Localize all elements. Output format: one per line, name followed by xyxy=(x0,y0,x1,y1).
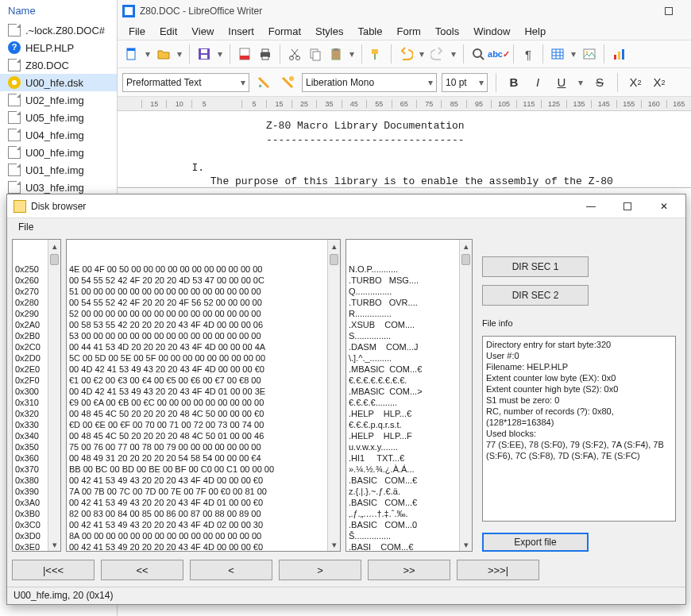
maximize-button[interactable] xyxy=(651,0,686,22)
nav-forward-button[interactable]: > xyxy=(279,560,361,580)
file-list-item[interactable]: U04_hfe.img xyxy=(0,126,117,144)
redo-button[interactable] xyxy=(428,44,447,64)
scrollbar[interactable]: ▴ ▾ xyxy=(327,240,340,551)
update-style-button[interactable] xyxy=(254,73,273,92)
dir-sec-2-button[interactable]: DIR SEC 2 xyxy=(482,285,589,306)
dropdown-icon[interactable]: ▾ xyxy=(569,48,578,60)
copy-button[interactable] xyxy=(306,44,325,64)
svg-point-22 xyxy=(586,52,589,54)
paragraph-style-combo[interactable]: Preformatted Text▾ xyxy=(122,73,249,92)
svg-rect-17 xyxy=(372,49,378,54)
dropdown-icon[interactable]: ▾ xyxy=(143,48,152,60)
file-list-item[interactable]: HELP.HLP xyxy=(0,39,117,56)
nav-fast-forward-button[interactable]: >> xyxy=(368,560,450,580)
file-list-item[interactable]: U00_hfe.dsk xyxy=(0,74,117,91)
menu-table[interactable]: Table xyxy=(351,24,388,39)
font-size-combo[interactable]: 10 pt▾ xyxy=(442,73,488,92)
menu-insert[interactable]: Insert xyxy=(222,24,261,39)
scroll-down-icon[interactable]: ▾ xyxy=(48,538,60,551)
writer-document-area[interactable]: Z-80 Macro Library Documentation -------… xyxy=(118,111,691,187)
menu-window[interactable]: Window xyxy=(467,24,516,39)
spellcheck-button[interactable]: abc✓ xyxy=(489,44,508,64)
file-info-label: File info xyxy=(482,318,681,328)
file-list-item[interactable]: U01_hfe.img xyxy=(0,161,117,179)
save-button[interactable] xyxy=(195,44,214,64)
italic-button[interactable]: I xyxy=(528,73,547,92)
writer-ruler[interactable]: 1510551525354555657585951051151251351451… xyxy=(118,97,691,111)
scroll-thumb[interactable] xyxy=(330,254,338,265)
menu-file[interactable]: File xyxy=(12,220,40,234)
writer-title: Z80.DOC - LibreOffice Writer xyxy=(140,6,262,17)
file-list-item[interactable]: .~lock.Z80.DOC# xyxy=(0,21,117,39)
dropdown-icon[interactable]: ▾ xyxy=(449,48,458,60)
new-style-button[interactable] xyxy=(278,73,297,92)
scroll-thumb[interactable] xyxy=(461,254,470,265)
nav-first-button[interactable]: |<<< xyxy=(12,560,95,580)
disk-browser-titlebar[interactable]: Disk browser ― ✕ xyxy=(7,194,685,218)
font-name-combo[interactable]: Liberation Mono▾ xyxy=(302,73,437,92)
dropdown-icon[interactable]: ▾ xyxy=(576,77,585,88)
scroll-up-icon[interactable]: ▴ xyxy=(48,240,60,252)
scroll-up-icon[interactable]: ▴ xyxy=(328,240,340,252)
hex-pane[interactable]: 4E 00 4F 00 50 00 00 00 00 00 00 00 00 0… xyxy=(66,239,341,552)
right-panel: DIR SEC 1 DIR SEC 2 File info Directory … xyxy=(477,239,681,552)
writer-titlebar[interactable]: Z80.DOC - LibreOffice Writer xyxy=(118,0,691,22)
ascii-pane[interactable]: N.O.P........... .TURBO MSG.... Q.......… xyxy=(346,239,473,552)
svg-rect-18 xyxy=(374,54,376,60)
menu-form[interactable]: Form xyxy=(390,24,427,39)
svg-rect-14 xyxy=(313,52,320,60)
file-list-item[interactable]: U02_hfe.img xyxy=(0,91,117,109)
dropdown-icon[interactable]: ▾ xyxy=(215,48,225,60)
bold-button[interactable]: B xyxy=(504,73,523,92)
file-list-item[interactable]: Z80.DOC xyxy=(0,56,117,74)
menu-help[interactable]: Help xyxy=(518,24,552,39)
dropdown-icon[interactable]: ▾ xyxy=(417,48,427,60)
clone-format-button[interactable] xyxy=(367,44,386,64)
dropdown-icon[interactable]: ▾ xyxy=(175,48,184,60)
scrollbar[interactable]: ▴ ▾ xyxy=(48,240,60,551)
underline-button[interactable]: U xyxy=(552,73,571,92)
menu-tools[interactable]: Tools xyxy=(429,24,465,39)
dropdown-icon[interactable]: ▾ xyxy=(347,48,357,60)
scroll-down-icon[interactable]: ▾ xyxy=(328,538,340,551)
chart-button[interactable] xyxy=(609,44,628,64)
open-button[interactable] xyxy=(154,44,173,64)
image-button[interactable] xyxy=(580,44,599,64)
export-file-button[interactable]: Export file xyxy=(482,533,589,552)
menu-format[interactable]: Format xyxy=(262,24,307,39)
menu-edit[interactable]: Edit xyxy=(153,24,183,39)
print-button[interactable] xyxy=(256,44,275,64)
paste-button[interactable] xyxy=(326,44,346,64)
file-list: .~lock.Z80.DOC# HELP.HLP Z80.DOC U00_hfe… xyxy=(0,21,117,196)
nav-back-button[interactable]: < xyxy=(190,560,272,580)
undo-button[interactable] xyxy=(396,44,415,64)
find-button[interactable] xyxy=(469,44,488,64)
strike-button[interactable]: S xyxy=(590,73,609,92)
offset-pane[interactable]: 0x250 0x260 0x270 0x280 0x290 0x2A0 0x2B… xyxy=(12,239,61,552)
maximize-button[interactable] xyxy=(609,194,646,218)
hex-text: 4E 00 4F 00 50 00 00 00 00 00 00 00 00 0… xyxy=(67,262,340,552)
scroll-down-icon[interactable]: ▾ xyxy=(460,538,472,551)
file-list-item[interactable]: U00_hfe.img xyxy=(0,144,117,161)
new-button[interactable] xyxy=(122,44,141,64)
scroll-up-icon[interactable]: ▴ xyxy=(460,240,472,252)
superscript-button[interactable]: X2 xyxy=(626,73,645,92)
file-list-header[interactable]: Name xyxy=(0,0,117,21)
export-pdf-button[interactable] xyxy=(235,44,254,64)
subscript-button[interactable]: X2 xyxy=(650,73,669,92)
table-button[interactable] xyxy=(548,44,567,64)
file-list-item[interactable]: U05_hfe.img xyxy=(0,109,117,126)
dir-sec-1-button[interactable]: DIR SEC 1 xyxy=(482,256,589,277)
scrollbar[interactable]: ▴ ▾ xyxy=(459,240,472,551)
menu-file[interactable]: File xyxy=(122,24,152,39)
minimize-button[interactable]: ― xyxy=(573,194,609,218)
close-button[interactable]: ✕ xyxy=(646,194,682,218)
file-icon xyxy=(8,146,21,159)
scroll-thumb[interactable] xyxy=(50,254,59,265)
cut-button[interactable] xyxy=(285,44,304,64)
pilcrow-button[interactable]: ¶ xyxy=(519,44,538,64)
menu-styles[interactable]: Styles xyxy=(309,24,349,39)
nav-fast-back-button[interactable]: << xyxy=(101,560,183,580)
nav-last-button[interactable]: >>>| xyxy=(457,560,539,580)
menu-view[interactable]: View xyxy=(185,24,220,39)
